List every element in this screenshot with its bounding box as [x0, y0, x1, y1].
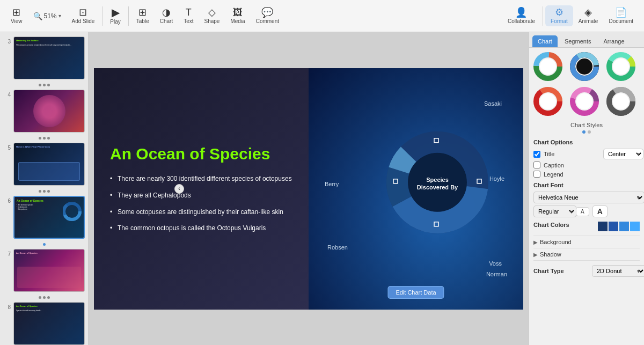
- caption-checkbox[interactable]: [533, 162, 540, 168]
- swatch-4[interactable]: [630, 222, 640, 231]
- slide-4-dots: [3, 137, 85, 140]
- media-button[interactable]: 🖼 Media: [225, 5, 250, 26]
- table-icon: ⊞: [138, 8, 147, 17]
- legend-checkbox[interactable]: [533, 171, 540, 178]
- tab-arrange[interactable]: Arrange: [598, 35, 630, 47]
- slide-thumb-8[interactable]: 8 An Ocean of Species Species info and t…: [3, 302, 85, 345]
- background-arrow: ▶: [533, 239, 538, 245]
- play-icon: ▶: [112, 7, 120, 18]
- panel-tabs: Chart Segments Arrange: [529, 32, 644, 48]
- chart-style-1[interactable]: [533, 52, 567, 84]
- chart-label-robsen: Robsen: [327, 244, 348, 251]
- background-section[interactable]: ▶ Background: [533, 236, 640, 248]
- tab-chart[interactable]: Chart: [532, 35, 558, 47]
- chart-styles-grid: [533, 52, 640, 119]
- svg-point-29: [540, 93, 556, 109]
- shadow-label: Shadow: [540, 251, 561, 258]
- zoom-control[interactable]: 🔍 51% ▾: [28, 10, 67, 23]
- chart-label-sasaki: Sasaki: [484, 100, 502, 107]
- shape-icon: ◇: [208, 8, 216, 17]
- slide-panel: 3 Mastering the Surface The octopus is a…: [0, 32, 89, 345]
- color-swatches[interactable]: [598, 222, 640, 231]
- comment-icon: 💬: [261, 8, 273, 17]
- chart-button[interactable]: ◑ Chart: [155, 5, 178, 26]
- canvas-area: ‹ An Ocean of Species There are nearly 3…: [89, 32, 529, 345]
- format-button[interactable]: ⚙ Format: [545, 5, 573, 26]
- slide-thumb-3[interactable]: 3 Mastering the Surface The octopus is a…: [3, 36, 85, 79]
- zoom-icon: 🔍: [33, 12, 42, 20]
- collaborate-button[interactable]: 👤 Collaborate: [502, 5, 540, 26]
- slide-bullets: There are nearly 300 identified differen…: [110, 174, 292, 233]
- chart-style-5[interactable]: [570, 87, 603, 119]
- legend-label: Legend: [544, 171, 640, 178]
- chart-styles-pagination: [533, 130, 640, 134]
- font-size-increase-button[interactable]: A: [592, 205, 608, 217]
- slide-3-dots: [3, 84, 85, 86]
- view-button[interactable]: ⊞ View: [5, 5, 28, 26]
- slide-thumb-7[interactable]: 7 An Ocean of Species: [3, 249, 85, 292]
- title-align-select[interactable]: Center: [603, 149, 643, 159]
- animate-button[interactable]: ◈ Animate: [573, 5, 604, 26]
- font-style-row: Regular ▾ A A: [533, 205, 640, 217]
- swatch-2[interactable]: [609, 222, 618, 231]
- chart-style-2[interactable]: [570, 52, 603, 84]
- slide-title: An Ocean of Species: [110, 144, 292, 164]
- collapse-sidebar-button[interactable]: ‹: [174, 184, 184, 194]
- add-slide-icon: ⊡: [79, 8, 87, 17]
- document-button[interactable]: 📄 Document: [603, 5, 639, 26]
- donut-chart[interactable]: Species Discovered By: [384, 128, 491, 238]
- chart-style-4[interactable]: [533, 87, 567, 119]
- shape-button[interactable]: ◇ Shape: [199, 5, 225, 26]
- slide-thumb-4[interactable]: 4: [3, 90, 85, 133]
- swatch-1[interactable]: [598, 222, 608, 231]
- chart-label-berry: Berry: [325, 181, 339, 187]
- format-icon: ⚙: [555, 8, 564, 17]
- chart-styles-section: Chart Styles: [533, 52, 640, 134]
- svg-point-7: [408, 152, 467, 211]
- chart-type-section: Chart Type 2D Donut ▾: [533, 260, 640, 277]
- animate-icon: ◈: [584, 8, 592, 17]
- toolbar-divider-2: [128, 6, 129, 26]
- title-label: Title: [544, 151, 600, 157]
- text-button[interactable]: T Text: [178, 5, 199, 26]
- toolbar-divider-1: [102, 6, 103, 26]
- title-option-row: Title Center ▾: [533, 149, 640, 159]
- bullet-3: Some octopuses are distinguished by thei…: [110, 208, 292, 217]
- slide-left: An Ocean of Species There are nearly 300…: [94, 68, 309, 310]
- title-checkbox[interactable]: [533, 151, 540, 158]
- chart-colors-title: Chart Colors: [533, 222, 569, 228]
- slide-5-dots: [3, 190, 85, 193]
- table-button[interactable]: ⊞ Table: [131, 5, 155, 26]
- view-icon: ⊞: [12, 8, 20, 17]
- chart-style-3[interactable]: [606, 52, 640, 84]
- svg-point-16: [540, 58, 556, 75]
- media-icon: 🖼: [233, 8, 243, 17]
- font-style-select[interactable]: Regular: [533, 205, 576, 217]
- font-size-decrease-button[interactable]: A: [576, 207, 589, 216]
- slide-thumb-6[interactable]: 6 An Ocean of Species • 300 identified s…: [3, 196, 85, 239]
- chart-colors-section: Chart Colors: [533, 222, 640, 231]
- add-slide-button[interactable]: ⊡ Add Slide: [67, 5, 100, 26]
- svg-point-25: [613, 58, 629, 75]
- svg-point-34: [576, 93, 592, 109]
- chart-style-6[interactable]: [606, 87, 640, 119]
- edit-chart-data-button[interactable]: Edit Chart Data: [387, 286, 444, 299]
- main-area: 3 Mastering the Surface The octopus is a…: [0, 32, 644, 345]
- tab-segments[interactable]: Segments: [559, 35, 597, 47]
- chart-type-select[interactable]: 2D Donut: [592, 265, 644, 277]
- shadow-arrow: ▶: [533, 252, 538, 258]
- slide-canvas: An Ocean of Species There are nearly 300…: [94, 68, 523, 310]
- chart-font-title: Chart Font: [533, 182, 640, 188]
- chart-label-hoyle: Hoyle: [489, 175, 504, 182]
- swatch-3[interactable]: [619, 222, 629, 231]
- play-button[interactable]: ▶ Play: [105, 5, 126, 27]
- slide-right: Species Discovered By Sasaki Hoyle Berry…: [309, 68, 523, 310]
- comment-button[interactable]: 💬 Comment: [251, 5, 284, 26]
- shadow-section[interactable]: ▶ Shadow: [533, 248, 640, 260]
- bullet-2: They are all Cephalopods: [110, 191, 292, 200]
- chart-label-norman: Norman: [486, 271, 507, 277]
- font-family-select[interactable]: Helvetica Neue: [533, 192, 644, 203]
- chart-colors-row: Chart Colors: [533, 222, 640, 231]
- slide-thumb-5[interactable]: 5 Home is Where Your Phone Goes: [3, 143, 85, 186]
- collaborate-icon: 👤: [515, 8, 527, 17]
